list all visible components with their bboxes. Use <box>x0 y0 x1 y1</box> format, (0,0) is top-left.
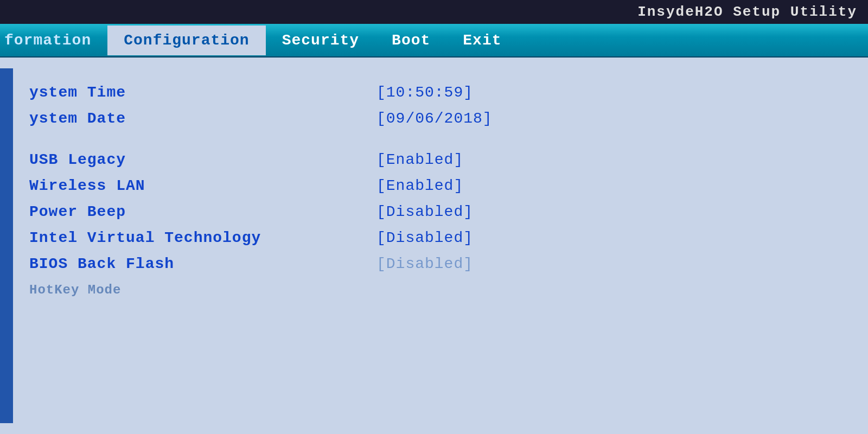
menu-item-information[interactable]: formation <box>0 25 107 55</box>
bios-back-flash-label: BIOS Back Flash <box>29 256 344 272</box>
power-beep-value: [Disabled] <box>376 203 473 220</box>
settings-list: ystem Time [10:50:59] ystem Date [09/06/… <box>13 68 868 423</box>
wireless-lan-row[interactable]: Wireless LAN [Enabled] <box>29 173 868 199</box>
wireless-lan-value: [Enabled] <box>376 177 463 194</box>
power-beep-row[interactable]: Power Beep [Disabled] <box>29 199 868 225</box>
menu-item-security[interactable]: Security <box>266 25 375 55</box>
system-time-value: [10:50:59] <box>376 84 473 101</box>
hotkey-mode-label: HotKey Mode <box>29 283 344 297</box>
system-time-row[interactable]: ystem Time [10:50:59] <box>29 79 868 105</box>
intel-vt-value: [Disabled] <box>376 229 473 246</box>
menu-item-configuration[interactable]: Configuration <box>107 25 265 55</box>
usb-legacy-label: USB Legacy <box>29 151 344 168</box>
system-date-value: [09/06/2018] <box>376 110 493 127</box>
usb-legacy-value: [Enabled] <box>376 151 463 168</box>
bios-back-flash-row[interactable]: BIOS Back Flash [Disabled] <box>29 251 868 277</box>
wireless-lan-label: Wireless LAN <box>29 177 344 194</box>
content-area: ystem Time [10:50:59] ystem Date [09/06/… <box>0 58 868 434</box>
intel-vt-label: Intel Virtual Technology <box>29 229 344 246</box>
spacer <box>29 131 868 146</box>
bios-back-flash-value: [Disabled] <box>376 256 473 272</box>
utility-title: InsydeH2O Setup Utility <box>637 4 857 20</box>
menu-item-exit[interactable]: Exit <box>446 25 518 55</box>
system-time-label: ystem Time <box>29 84 344 101</box>
power-beep-label: Power Beep <box>29 203 344 220</box>
menu-item-boot[interactable]: Boot <box>375 25 446 55</box>
left-bar <box>0 68 13 423</box>
system-date-label: ystem Date <box>29 110 344 127</box>
menu-bar: formation Configuration Security Boot Ex… <box>0 24 868 58</box>
title-bar: InsydeH2O Setup Utility <box>0 0 868 24</box>
system-date-row[interactable]: ystem Date [09/06/2018] <box>29 105 868 131</box>
hotkey-mode-row[interactable]: HotKey Mode <box>29 277 868 303</box>
usb-legacy-row[interactable]: USB Legacy [Enabled] <box>29 146 868 173</box>
intel-vt-row[interactable]: Intel Virtual Technology [Disabled] <box>29 225 868 251</box>
